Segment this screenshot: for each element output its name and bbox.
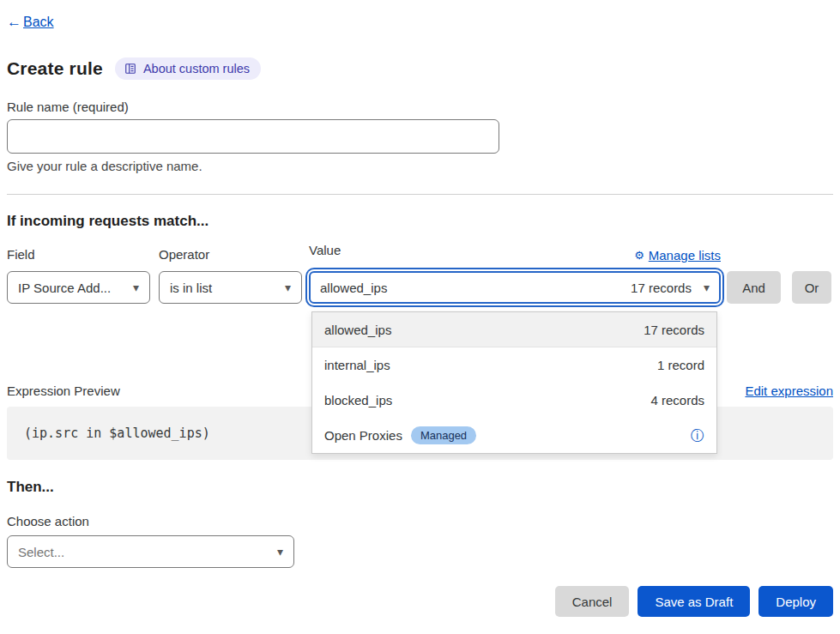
rule-name-help-text: Give your rule a descriptive name.	[7, 159, 833, 173]
value-label-row: Value ⚙ Manage lists	[309, 247, 721, 263]
value-select-right: 17 records ▾	[631, 281, 710, 295]
chevron-down-icon: ▾	[704, 281, 710, 293]
create-rule-page: ←Back Create rule About custom rules Rul…	[0, 0, 840, 617]
dropdown-item-blocked-ips[interactable]: blocked_ips 4 records	[312, 383, 716, 418]
list-record-count: 1 record	[657, 358, 704, 372]
field-select[interactable]: IP Source Add... ▾	[7, 271, 150, 304]
gear-icon: ⚙	[634, 249, 644, 262]
list-name: internal_ips	[324, 358, 390, 372]
rule-name-label: Rule name (required)	[7, 100, 833, 114]
operator-label: Operator	[159, 247, 302, 263]
chevron-down-icon: ▾	[285, 281, 291, 293]
book-icon	[124, 63, 136, 75]
list-record-count: 4 records	[650, 393, 704, 408]
then-section-heading: Then...	[7, 479, 833, 496]
manage-lists-label: Manage lists	[649, 248, 721, 263]
value-column: Value ⚙ Manage lists allowed_ips 17 reco…	[309, 247, 721, 304]
deploy-button[interactable]: Deploy	[758, 586, 833, 617]
expression-preview-label: Expression Preview	[7, 383, 120, 398]
dropdown-item-allowed-ips[interactable]: allowed_ips 17 records	[312, 312, 716, 347]
or-button[interactable]: Or	[792, 271, 831, 304]
rule-name-group: Rule name (required) Give your rule a de…	[7, 100, 833, 173]
operator-select-value: is in list	[170, 281, 212, 295]
chevron-down-icon: ▾	[277, 546, 283, 558]
section-divider	[7, 194, 833, 195]
list-dropdown-panel: allowed_ips 17 records internal_ips 1 re…	[311, 311, 717, 454]
info-icon[interactable]: ⓘ	[691, 429, 704, 443]
manage-lists-link[interactable]: ⚙ Manage lists	[634, 248, 721, 263]
open-proxies-left: Open Proxies Managed	[324, 426, 476, 444]
dropdown-item-internal-ips[interactable]: internal_ips 1 record	[312, 347, 716, 383]
list-record-count: 17 records	[644, 323, 704, 337]
back-arrow-icon: ←	[7, 14, 21, 31]
rule-name-input[interactable]	[7, 119, 499, 154]
about-custom-rules-link[interactable]: About custom rules	[115, 57, 261, 80]
page-title: Create rule	[7, 58, 103, 79]
cancel-button[interactable]: Cancel	[555, 586, 630, 617]
title-row: Create rule About custom rules	[7, 57, 833, 81]
match-section-heading: If incoming requests match...	[7, 213, 833, 230]
managed-badge: Managed	[411, 426, 476, 444]
choose-action-label: Choose action	[7, 514, 833, 528]
operator-select[interactable]: is in list ▾	[159, 271, 302, 304]
dropdown-item-open-proxies[interactable]: Open Proxies Managed ⓘ	[312, 418, 716, 453]
value-select[interactable]: allowed_ips 17 records ▾	[309, 271, 721, 304]
list-name: blocked_ips	[324, 393, 392, 408]
choose-action-group: Choose action Select... ▾	[7, 514, 833, 568]
value-select-meta: 17 records	[631, 281, 692, 295]
save-as-draft-button[interactable]: Save as Draft	[638, 586, 750, 617]
field-label: Field	[7, 247, 150, 263]
back-link-label: Back	[23, 15, 54, 30]
footer-actions: Cancel Save as Draft Deploy	[7, 586, 833, 617]
and-button[interactable]: And	[727, 271, 781, 304]
expression-code: (ip.src in $allowed_ips)	[24, 426, 210, 441]
list-name: Open Proxies	[324, 428, 402, 443]
action-select-placeholder: Select...	[18, 545, 64, 559]
field-select-value: IP Source Add...	[18, 281, 111, 295]
list-name: allowed_ips	[324, 323, 391, 337]
match-condition-row: Field IP Source Add... ▾ Operator is in …	[7, 247, 833, 304]
back-link[interactable]: ←Back	[7, 14, 54, 31]
edit-expression-link[interactable]: Edit expression	[745, 383, 833, 398]
value-select-value: allowed_ips	[320, 281, 387, 295]
operator-column: Operator is in list ▾	[159, 247, 302, 304]
value-label: Value	[309, 243, 341, 258]
field-column: Field IP Source Add... ▾	[7, 247, 150, 304]
action-select[interactable]: Select... ▾	[7, 535, 294, 568]
chevron-down-icon: ▾	[133, 281, 139, 293]
about-custom-rules-label: About custom rules	[143, 62, 250, 75]
value-select-wrapper: allowed_ips 17 records ▾ allowed_ips 17 …	[309, 271, 721, 304]
